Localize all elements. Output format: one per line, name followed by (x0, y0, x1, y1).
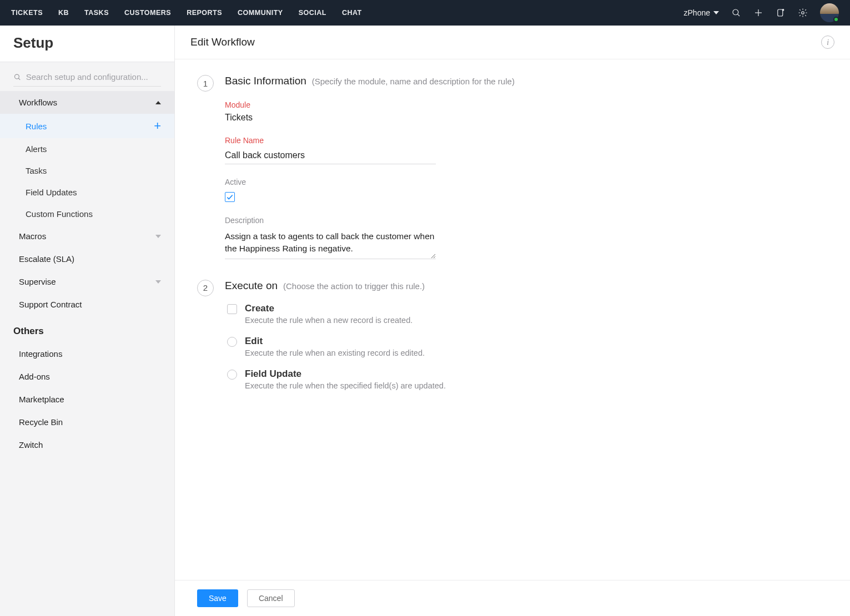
notification-icon[interactable] (776, 8, 786, 18)
step-number: 1 (197, 75, 214, 92)
description-textarea[interactable] (225, 228, 436, 259)
caret-down-icon (155, 280, 161, 284)
sidebar-item-zwitch[interactable]: Zwitch (0, 433, 174, 456)
add-rule-button[interactable]: + (154, 120, 161, 132)
rule-name-label: Rule Name (225, 136, 436, 145)
sidebar-item-custom-functions[interactable]: Custom Functions (0, 203, 174, 225)
sidebar-item-support-contract[interactable]: Support Contract (0, 293, 174, 316)
step-title: Basic Information (225, 75, 306, 87)
page-title: Edit Workflow (190, 36, 255, 48)
option-radio[interactable] (227, 337, 237, 347)
plus-icon[interactable] (753, 8, 763, 18)
execute-option-create: CreateExecute the rule when a new record… (227, 303, 828, 325)
option-title: Edit (245, 336, 425, 347)
item-label: Rules (26, 122, 47, 131)
sidebar-item-field-updates[interactable]: Field Updates (0, 181, 174, 203)
nav-item-social[interactable]: SOCIAL (299, 9, 326, 17)
group-label: Workflows (19, 98, 57, 107)
nav-item-customers[interactable]: CUSTOMERS (124, 9, 171, 17)
top-nav: TICKETSKBTASKSCUSTOMERSREPORTSCOMMUNITYS… (0, 0, 850, 26)
sidebar-section-others: Others (0, 316, 174, 342)
svg-point-5 (782, 9, 784, 11)
item-label: Marketplace (19, 395, 64, 404)
svg-line-8 (18, 78, 20, 79)
info-icon[interactable]: i (821, 36, 834, 49)
caret-up-icon (155, 101, 161, 104)
step-number: 2 (197, 280, 214, 296)
item-label: Tasks (26, 166, 47, 175)
sidebar-item-add-ons[interactable]: Add-ons (0, 365, 174, 388)
item-label: Integrations (19, 349, 62, 359)
option-radio[interactable] (227, 370, 237, 380)
nav-item-kb[interactable]: KB (58, 9, 69, 17)
sidebar-group-macros[interactable]: Macros (0, 225, 174, 248)
item-label: Alerts (26, 144, 47, 154)
sidebar: Setup Workflows Rules+AlertsTasksField U… (0, 26, 175, 616)
active-checkbox[interactable] (225, 192, 235, 202)
item-label: Custom Functions (26, 209, 93, 219)
svg-point-0 (733, 9, 738, 15)
svg-point-7 (14, 74, 19, 79)
step-hint: (Specify the module, name and descriptio… (312, 77, 515, 86)
org-name: zPhone (684, 8, 710, 17)
search-icon (13, 73, 22, 82)
item-label: Escalate (SLA) (19, 254, 74, 264)
item-label: Add-ons (19, 372, 50, 381)
item-label: Recycle Bin (19, 417, 63, 427)
caret-down-icon (155, 235, 161, 238)
sidebar-item-alerts[interactable]: Alerts (0, 138, 174, 160)
option-title: Field Update (245, 368, 446, 380)
svg-line-1 (737, 14, 740, 16)
svg-point-6 (802, 12, 804, 14)
module-label: Module (225, 100, 436, 109)
sidebar-item-recycle-bin[interactable]: Recycle Bin (0, 411, 174, 433)
search-icon[interactable] (731, 8, 741, 18)
active-label: Active (225, 178, 436, 186)
sidebar-search-input[interactable] (26, 72, 161, 82)
sidebar-item-marketplace[interactable]: Marketplace (0, 388, 174, 411)
footer: Save Cancel (175, 580, 850, 616)
sidebar-item-integrations[interactable]: Integrations (0, 342, 174, 365)
sidebar-item-escalate[interactable]: Escalate (SLA) (0, 248, 174, 270)
save-button[interactable]: Save (197, 589, 238, 607)
item-label: Zwitch (19, 440, 43, 450)
svg-rect-4 (778, 9, 783, 16)
avatar[interactable] (820, 3, 839, 22)
check-icon (226, 193, 234, 201)
step-execute-on: 2 Execute on (Choose the action to trigg… (197, 280, 828, 401)
gear-icon[interactable] (798, 8, 808, 18)
option-desc: Execute the rule when the specified fiel… (245, 381, 446, 390)
option-title: Create (245, 303, 413, 314)
step-title: Execute on (225, 280, 278, 291)
nav-item-chat[interactable]: CHAT (342, 9, 362, 17)
execute-option-edit: EditExecute the rule when an existing re… (227, 336, 828, 357)
nav-item-community[interactable]: COMMUNITY (238, 9, 283, 17)
execute-option-field-update: Field UpdateExecute the rule when the sp… (227, 368, 828, 390)
step-hint: (Choose the action to trigger this rule.… (283, 281, 425, 291)
rule-name-input[interactable] (225, 148, 436, 164)
sidebar-group-workflows[interactable]: Workflows (0, 91, 174, 114)
nav-item-reports[interactable]: REPORTS (187, 9, 222, 17)
item-label: Field Updates (26, 188, 77, 197)
option-desc: Execute the rule when an existing record… (245, 349, 425, 357)
group-label: Macros (19, 231, 46, 241)
sidebar-title: Setup (0, 26, 174, 62)
option-desc: Execute the rule when a new record is cr… (245, 316, 413, 325)
chevron-down-icon (713, 11, 719, 14)
cancel-button[interactable]: Cancel (247, 589, 295, 607)
sidebar-item-tasks[interactable]: Tasks (0, 160, 174, 181)
description-label: Description (225, 216, 436, 225)
module-value: Tickets (225, 113, 436, 123)
sidebar-item-rules[interactable]: Rules+ (0, 114, 174, 138)
main: Edit Workflow i 1 Basic Information (Spe… (175, 26, 850, 616)
nav-item-tickets[interactable]: TICKETS (11, 9, 43, 17)
org-selector[interactable]: zPhone (684, 8, 719, 17)
step-basic-info: 1 Basic Information (Specify the module,… (197, 75, 828, 261)
presence-dot-icon (833, 17, 839, 22)
item-label: Support Contract (19, 300, 82, 309)
group-label: Supervise (19, 277, 56, 286)
sidebar-group-supervise[interactable]: Supervise (0, 270, 174, 293)
option-checkbox[interactable] (227, 304, 237, 314)
nav-item-tasks[interactable]: TASKS (84, 9, 109, 17)
